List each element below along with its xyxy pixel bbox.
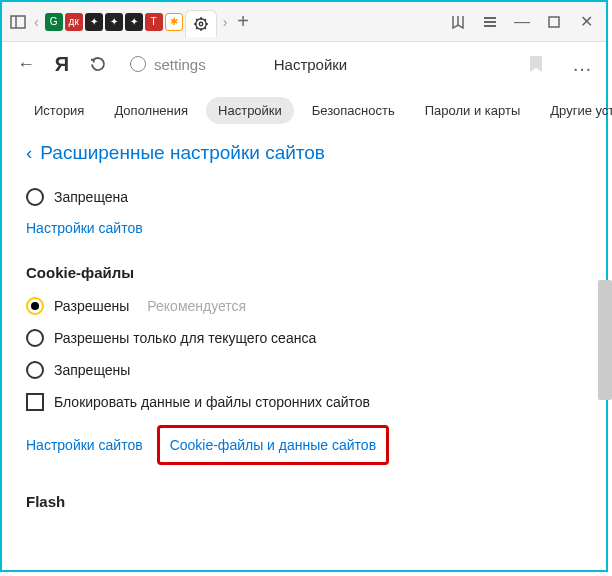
scrollbar-thumb[interactable]: [598, 280, 612, 400]
site-settings-link[interactable]: Настройки сайтов: [26, 220, 582, 236]
tab-favicon[interactable]: ✱: [165, 13, 183, 31]
radio-forbidden[interactable]: Запрещена: [26, 188, 582, 206]
minimize-button[interactable]: —: [506, 6, 538, 38]
site-settings-link[interactable]: Настройки сайтов: [26, 437, 143, 453]
tab-strip: ‹ G дк ✦ ✦ ✦ T ✱ › +: [30, 6, 442, 37]
page-title: Настройки: [274, 56, 348, 73]
tab-passwords[interactable]: Пароли и карты: [413, 97, 533, 124]
yandex-logo-icon[interactable]: Я: [50, 52, 74, 76]
titlebar: ‹ G дк ✦ ✦ ✦ T ✱ › + — ✕: [2, 2, 606, 42]
radio-cookies-forbidden[interactable]: Запрещены: [26, 361, 582, 379]
breadcrumb-back[interactable]: ‹ Расширенные настройки сайтов: [26, 142, 582, 164]
back-button[interactable]: ←: [14, 52, 38, 76]
chevron-left-icon: ‹: [26, 142, 32, 164]
reload-button[interactable]: [86, 52, 110, 76]
tab-addons[interactable]: Дополнения: [102, 97, 200, 124]
tab-favicon[interactable]: G: [45, 13, 63, 31]
tab-history[interactable]: История: [22, 97, 96, 124]
highlighted-link: Cookie-файлы и данные сайтов: [157, 425, 389, 465]
cookie-data-link[interactable]: Cookie-файлы и данные сайтов: [170, 437, 376, 453]
tab-favicon[interactable]: T: [145, 13, 163, 31]
tab-security[interactable]: Безопасность: [300, 97, 407, 124]
tab-prev-icon[interactable]: ‹: [30, 14, 43, 30]
reader-icon[interactable]: [442, 6, 474, 38]
close-button[interactable]: ✕: [570, 6, 602, 38]
radio-icon[interactable]: [26, 361, 44, 379]
tab-active[interactable]: [185, 10, 217, 37]
more-icon[interactable]: …: [556, 53, 594, 76]
url-text: settings: [154, 56, 206, 73]
site-info-icon[interactable]: [130, 56, 146, 72]
radio-label: Разрешены только для текущего сеанса: [54, 330, 316, 346]
radio-cookies-allowed[interactable]: Разрешены Рекомендуется: [26, 297, 582, 315]
settings-content: ‹ Расширенные настройки сайтов Запрещена…: [2, 134, 606, 570]
cookies-title: Cookie-файлы: [26, 264, 582, 281]
menu-icon[interactable]: [474, 6, 506, 38]
url-field[interactable]: settings Настройки: [122, 55, 544, 73]
gear-icon: [194, 17, 208, 31]
checkbox-label: Блокировать данные и файлы сторонних сай…: [54, 394, 370, 410]
sidebar-toggle-icon[interactable]: [6, 10, 30, 34]
tab-favicon[interactable]: ✦: [105, 13, 123, 31]
bookmark-icon[interactable]: [528, 55, 544, 73]
radio-cookies-session[interactable]: Разрешены только для текущего сеанса: [26, 329, 582, 347]
settings-nav: История Дополнения Настройки Безопасност…: [2, 86, 606, 134]
svg-point-3: [199, 22, 203, 26]
svg-rect-0: [11, 16, 25, 28]
tab-favicon[interactable]: дк: [65, 13, 83, 31]
tab-favicon[interactable]: ✦: [85, 13, 103, 31]
svg-rect-7: [549, 17, 559, 27]
cookie-links: Настройки сайтов Cookie-файлы и данные с…: [26, 425, 582, 465]
radio-label: Разрешены: [54, 298, 129, 314]
address-bar: ← Я settings Настройки …: [2, 42, 606, 86]
recommend-label: Рекомендуется: [147, 298, 246, 314]
maximize-button[interactable]: [538, 6, 570, 38]
tab-settings[interactable]: Настройки: [206, 97, 294, 124]
radio-icon[interactable]: [26, 297, 44, 315]
radio-icon[interactable]: [26, 188, 44, 206]
radio-label: Запрещены: [54, 362, 130, 378]
checkbox-block-third-party[interactable]: Блокировать данные и файлы сторонних сай…: [26, 393, 582, 411]
checkbox-icon[interactable]: [26, 393, 44, 411]
tab-favicon[interactable]: ✦: [125, 13, 143, 31]
radio-icon[interactable]: [26, 329, 44, 347]
tab-other[interactable]: Другие устр: [538, 97, 612, 124]
breadcrumb-label: Расширенные настройки сайтов: [40, 142, 325, 164]
tab-next-icon[interactable]: ›: [219, 14, 232, 30]
radio-label: Запрещена: [54, 189, 128, 205]
flash-title: Flash: [26, 493, 582, 510]
new-tab-button[interactable]: +: [233, 10, 253, 33]
